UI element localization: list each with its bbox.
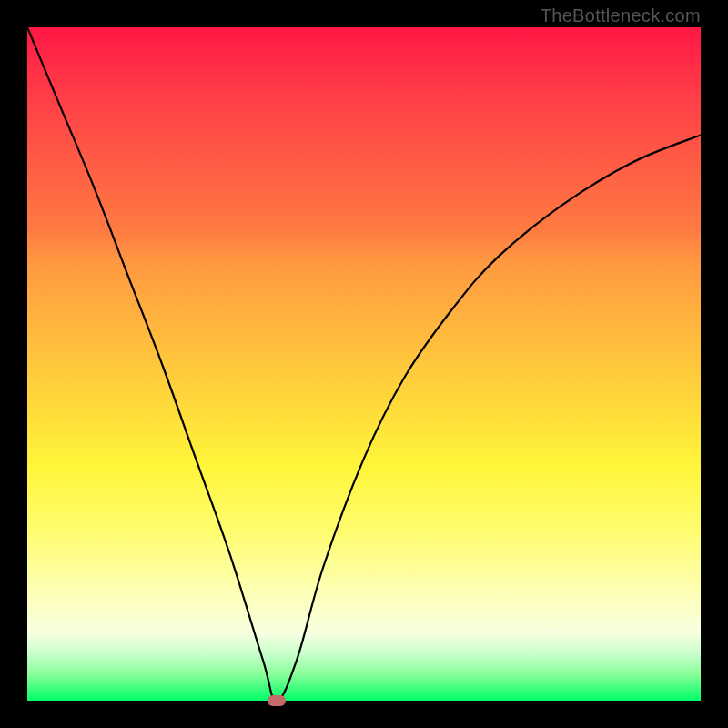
chart-marker <box>268 695 286 706</box>
watermark-text: TheBottleneck.com <box>541 5 701 26</box>
chart-plot-area <box>27 27 701 701</box>
